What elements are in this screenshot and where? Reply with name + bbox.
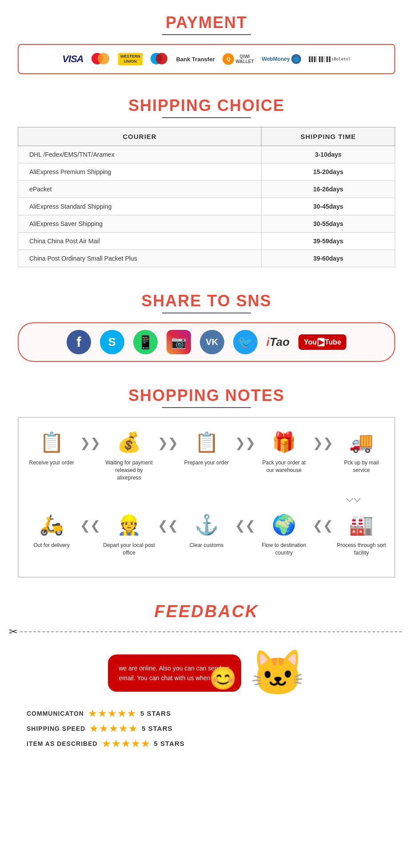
- sns-title-black: SHARE: [141, 292, 207, 310]
- courier-cell: China Post Ordinary Small Packet Plus: [18, 250, 262, 267]
- courier-cell: AliExpress Saver Shipping: [18, 215, 262, 233]
- star-4: ★: [131, 738, 140, 749]
- whatsapp-icon[interactable]: 📱: [133, 330, 158, 354]
- star-5: ★: [127, 708, 136, 719]
- communication-stars: ★ ★ ★ ★ ★: [88, 708, 136, 719]
- shipping-title-red: CHOICE: [217, 96, 285, 115]
- vk-icon[interactable]: VK: [200, 330, 224, 354]
- courier-cell: ePacket: [18, 181, 262, 198]
- shipping-title-black: SHIPPING: [128, 96, 217, 115]
- flow-label-delivery: Out for delivery: [34, 542, 70, 549]
- time-cell: 3-10days: [262, 146, 395, 163]
- flow-label-receive: Receive your order: [29, 459, 74, 467]
- scissors-icon: ✂: [9, 626, 18, 638]
- star-3: ★: [122, 738, 130, 749]
- notes-underline: [162, 407, 251, 408]
- shopping-notes-section: SHOPPING NOTES 📋 Receive your order ❯❯ 💰…: [0, 375, 413, 591]
- star-1: ★: [90, 723, 98, 734]
- courier-cell: AliExpress Premium Shipping: [18, 163, 262, 181]
- youtube-icon[interactable]: You▶Tube: [298, 334, 346, 350]
- shipping-row: China Post Ordinary Small Packet Plus39-…: [18, 250, 395, 267]
- mastercard-icon: [91, 53, 110, 65]
- time-cell: 30-45days: [262, 198, 395, 215]
- notes-title-black: SHOPPING: [128, 386, 225, 404]
- courier-cell: AliExpress Standard Shipping: [18, 198, 262, 215]
- qiwi-icon: Q QIWIWALLET: [222, 53, 254, 65]
- flow-label-customs: Clear customs: [190, 542, 224, 549]
- time-cell: 39-59days: [262, 233, 395, 250]
- flow-arrow-4: ❯❯: [313, 436, 333, 450]
- payment-title-red: MENT: [199, 13, 247, 32]
- flow-arrow-6: ❮❮: [158, 518, 178, 533]
- scissors-line: ✂: [9, 626, 404, 638]
- notes-title: SHOPPING NOTES: [9, 386, 404, 405]
- flow-label-depart: Depart your local post office: [103, 542, 155, 557]
- star-2: ★: [98, 708, 107, 719]
- bank-transfer-icon: Bank Transfer: [176, 56, 215, 63]
- flow-arrow-1: ❯❯: [80, 436, 100, 450]
- rating-shipping: SHIPPING SPEED ★ ★ ★ ★ ★ 5 STARS: [27, 723, 386, 734]
- rating-communication: COMMUNICATON ★ ★ ★ ★ ★ 5 STARS: [27, 708, 386, 719]
- chat-bubble-container: we are online. Also you can can send us …: [108, 654, 241, 692]
- emoji-face-icon: 😊: [209, 661, 237, 696]
- payment-section: PAYMENT VISA WESTERNUNION Bank Transfer …: [0, 0, 413, 83]
- ratings-box: COMMUNICATON ★ ★ ★ ★ ★ 5 STARS SHIPPING …: [9, 708, 404, 749]
- time-cell: 15-20days: [262, 163, 395, 181]
- flow-item-customs: ⚓ Clear customs: [180, 511, 233, 549]
- flow-label-pickup: Pck up by mail service: [335, 459, 388, 474]
- star-5: ★: [129, 723, 137, 734]
- star-4: ★: [119, 723, 127, 734]
- flow-top-row: 📋 Receive your order ❯❯ 💰 Waiting for pa…: [25, 429, 388, 481]
- item-stars: ★ ★ ★ ★ ★: [102, 738, 150, 749]
- sns-title-red: TO SNS: [207, 292, 271, 310]
- skype-icon[interactable]: S: [100, 330, 124, 354]
- star-3: ★: [109, 723, 118, 734]
- flow-item-payment: 💰 Waiting for payment released by alixep…: [103, 429, 155, 481]
- star-5: ★: [141, 738, 150, 749]
- shipping-row: China China Post Air Mail39-59days: [18, 233, 395, 250]
- payment-title-black: PAY: [166, 13, 199, 32]
- flow-item-flow: 🌍 Flow to destination country: [258, 511, 310, 557]
- flow-arrow-3: ❯❯: [235, 436, 255, 450]
- sns-title: SHARE TO SNS: [9, 292, 404, 310]
- twitter-icon[interactable]: 🐦: [233, 330, 258, 354]
- flow-item-prepare: 📋 Prepare your order: [180, 429, 233, 467]
- shipping-section: SHIPPING CHOICE COURIER SHIPPING TIME DH…: [0, 83, 413, 281]
- flow-label-payment: Waiting for payment released by alixepre…: [103, 459, 155, 481]
- person-icon: 👷: [117, 511, 141, 538]
- sns-platforms-box: f S 📱 📷 VK 🐦 iTao You▶Tube: [18, 322, 395, 362]
- shipping-row: AliExpress Saver Shipping30-55days: [18, 215, 395, 233]
- flow-label-prepare: Prepare your order: [184, 459, 229, 467]
- shipping-row: DHL /Fedex/EMS/TNT/Aramex3-10days: [18, 146, 395, 163]
- flow-item-delivery: 🛵 Out for delivery: [25, 511, 78, 549]
- flow-arrow-7: ❮❮: [235, 518, 255, 533]
- star-4: ★: [118, 708, 126, 719]
- instagram-icon[interactable]: 📷: [167, 330, 191, 354]
- facebook-icon[interactable]: f: [67, 330, 91, 354]
- flow-bottom-row: 🛵 Out for delivery ❮❮ 👷 Depart your loca…: [25, 511, 388, 557]
- item-described-label: ITEM AS DESCRIBED: [27, 740, 98, 747]
- truck-icon: 🚚: [349, 429, 373, 456]
- itao-icon[interactable]: iTao: [266, 335, 290, 349]
- sns-underline: [162, 313, 251, 313]
- shipping-row: AliExpress Premium Shipping15-20days: [18, 163, 395, 181]
- time-cell: 16-26days: [262, 181, 395, 198]
- feedback-title: FEEDBACK: [9, 602, 404, 621]
- courier-cell: DHL /Fedex/EMS/TNT/Aramex: [18, 146, 262, 163]
- flow-label-pack: Pack your order at our warehouse: [258, 459, 310, 474]
- shipping-table: COURIER SHIPPING TIME DHL /Fedex/EMS/TNT…: [18, 127, 395, 267]
- flow-down-arrow: ⌵⌵: [25, 490, 388, 505]
- clipboard-icon: 📋: [40, 429, 64, 456]
- scooter-icon: 🛵: [40, 511, 64, 538]
- payment-methods-box: VISA WESTERNUNION Bank Transfer Q QIWIWA…: [18, 44, 395, 74]
- flow-item-sort: 🏭 Process through sort facility: [335, 511, 388, 557]
- shipping-title: SHIPPING CHOICE: [9, 96, 404, 115]
- shipping-underline: [162, 117, 251, 118]
- shipping-stars: ★ ★ ★ ★ ★: [90, 723, 137, 734]
- flow-item-pack: 🎁 Pack your order at our warehouse: [258, 429, 310, 474]
- visa-icon: VISA: [62, 53, 83, 65]
- money-bag-icon: 💰: [117, 429, 141, 456]
- cat-mascot-icon: 🐱: [250, 647, 306, 699]
- flow-item-receive: 📋 Receive your order: [25, 429, 78, 467]
- flow-label-sort: Process through sort facility: [335, 542, 388, 557]
